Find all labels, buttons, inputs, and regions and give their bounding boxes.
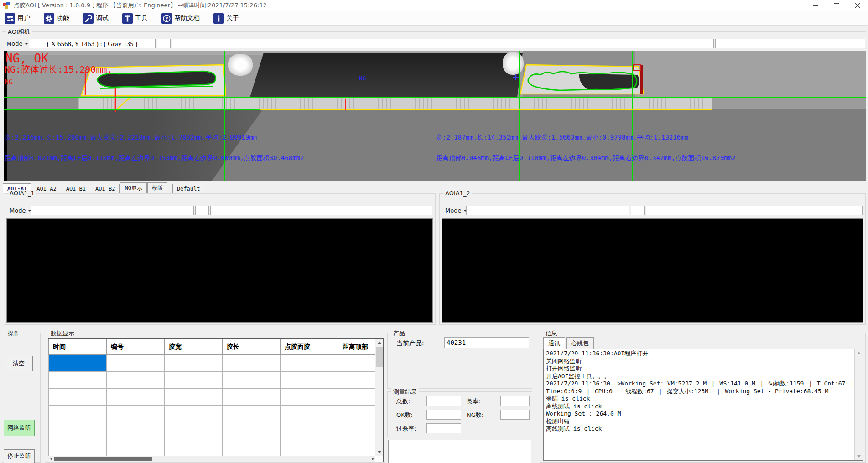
table-cell[interactable]	[165, 406, 223, 422]
scroll-right-button[interactable]	[370, 456, 375, 462]
subview1-readout-wide[interactable]	[31, 206, 194, 215]
total-value-box[interactable]	[426, 396, 461, 406]
table-cell[interactable]	[281, 406, 338, 422]
readout-box-tail[interactable]	[715, 39, 865, 48]
table-cell[interactable]	[107, 355, 165, 372]
table-cell[interactable]	[165, 372, 223, 389]
tab-ng-display[interactable]: NG显示	[120, 182, 146, 193]
column-header-time[interactable]: 时间	[49, 339, 107, 355]
table-cell[interactable]	[223, 422, 281, 439]
log-line: Working Set : 264.0 M	[546, 410, 853, 418]
table-cell[interactable]	[165, 439, 223, 456]
toolbar-button-functions[interactable]: 功能	[42, 12, 71, 25]
product-note-box[interactable]	[388, 440, 531, 463]
toolbar-button-about[interactable]: 关于	[212, 12, 241, 25]
maximize-button[interactable]	[826, 0, 847, 11]
current-product-input[interactable]	[444, 337, 529, 348]
log-line: 离线测试 is click	[546, 425, 853, 433]
yield-value-box[interactable]	[500, 396, 530, 406]
tab-communication[interactable]: 通讯	[543, 337, 565, 349]
scroll-down-button[interactable]	[375, 448, 383, 456]
table-cell[interactable]	[165, 389, 223, 406]
table-cell[interactable]	[281, 372, 338, 389]
down-arrow-icon	[378, 451, 381, 455]
readout-box-wide[interactable]	[172, 39, 714, 48]
subview2-readout-small[interactable]	[631, 206, 645, 215]
close-button[interactable]	[847, 0, 868, 11]
subview2-readout-tail[interactable]	[646, 206, 863, 215]
camera-mode-dropdown[interactable]: Mode	[5, 39, 28, 48]
subview2-image[interactable]	[442, 218, 863, 323]
overkill-box[interactable]	[426, 423, 461, 433]
scroll-up-button[interactable]	[375, 339, 383, 347]
table-cell[interactable]	[49, 372, 107, 389]
toolbar-button-tools[interactable]: 工具	[120, 12, 150, 25]
table-cell[interactable]	[281, 439, 338, 456]
table-cell[interactable]	[223, 439, 281, 456]
table-horizontal-scrollbar[interactable]	[48, 456, 375, 462]
table-cell[interactable]	[223, 406, 281, 422]
scroll-down-button[interactable]	[855, 453, 863, 460]
scroll-left-button[interactable]	[48, 456, 54, 462]
tab-template[interactable]: 模版	[147, 182, 167, 193]
table-cell[interactable]	[223, 372, 281, 389]
table-cell[interactable]	[107, 406, 165, 422]
toolbar-label: 用户	[17, 14, 30, 22]
table-cell[interactable]	[281, 389, 338, 406]
table-cell[interactable]	[107, 439, 165, 456]
column-header-id[interactable]: 编号	[107, 339, 165, 355]
table-cell[interactable]	[165, 355, 223, 372]
table-cell[interactable]	[281, 422, 338, 439]
scrollbar-thumb[interactable]	[54, 457, 152, 461]
network-listen-button[interactable]: 网络监听	[4, 420, 35, 436]
ok-count-box[interactable]	[426, 410, 461, 420]
subview2-mode-dropdown[interactable]: Mode	[443, 206, 467, 215]
table-cell[interactable]	[223, 355, 281, 372]
table-cell[interactable]	[107, 422, 165, 439]
measurement-table: 时间 编号 胶宽 胶长 点胶面胶 距离顶部	[48, 339, 384, 462]
tab-aoi-b1[interactable]: AOI-B1	[62, 184, 90, 193]
scrollbar-thumb[interactable]	[376, 347, 383, 367]
column-header-glue-width[interactable]: 胶宽	[165, 339, 223, 355]
table-cell[interactable]	[107, 372, 165, 389]
table-cell[interactable]	[49, 406, 107, 422]
table-cell[interactable]	[107, 389, 165, 406]
tab-aoi-b2[interactable]: AOI-B2	[91, 184, 120, 193]
table-cell[interactable]	[281, 355, 338, 372]
product-group: 产品 当前产品:	[387, 333, 532, 389]
tab-aoi-a2[interactable]: AOI-A2	[32, 184, 61, 193]
help-icon: ?	[161, 13, 172, 24]
column-header-glue-area[interactable]: 点胶面胶	[281, 339, 338, 355]
subview2-readout-wide[interactable]	[466, 206, 629, 215]
toolbar-button-debug[interactable]: 调试	[81, 12, 110, 25]
camera-image[interactable]: NG, OK NG:胶体过长:15.290mm, NG NG 宽:2.216mm…	[4, 51, 866, 181]
toolbar-button-help[interactable]: ? 帮助文档	[160, 12, 202, 25]
measure-yellow-line	[260, 109, 712, 110]
table-cell[interactable]	[165, 422, 223, 439]
tab-heartbeat[interactable]: 心跳包	[566, 337, 594, 349]
toolbar-button-users[interactable]: 用户	[3, 12, 32, 25]
table-cell[interactable]	[223, 389, 281, 406]
table-cell[interactable]	[49, 439, 107, 456]
info-group: 信息 通讯心跳包 2021/7/29 11:36:30:AOI程序打开 关闭网络…	[540, 333, 866, 463]
log-vertical-scrollbar[interactable]	[854, 349, 863, 460]
column-header-glue-length[interactable]: 胶长	[223, 339, 281, 355]
readout-box-small[interactable]	[157, 39, 171, 48]
table-cell-selected[interactable]	[49, 355, 107, 372]
clear-button[interactable]: 清空	[5, 356, 33, 371]
subview1-mode-dropdown[interactable]: Mode	[8, 206, 31, 215]
table-vertical-scrollbar[interactable]	[375, 339, 383, 456]
table-cell[interactable]	[49, 389, 107, 406]
ng-count-box[interactable]	[500, 410, 530, 420]
subview1-image[interactable]	[6, 218, 433, 323]
left-measure-line1: 宽:2.216mm,长:15.290mm,最大胶宽:2.2218mm,最小:1.…	[5, 134, 257, 142]
minimize-button[interactable]	[805, 0, 826, 11]
tab-default[interactable]: Default	[172, 184, 205, 193]
table-cell[interactable]	[49, 422, 107, 439]
log-output[interactable]: 2021/7/29 11:36:30:AOI程序打开 关闭网络监听 打开网络监听…	[543, 349, 863, 461]
subview1-readout-tail[interactable]	[210, 206, 432, 215]
log-line: 2021/7/29 11:36:30——>Working Set: VM:523…	[546, 380, 853, 388]
stop-listen-button[interactable]: 停止监听	[4, 449, 35, 463]
scroll-up-button[interactable]	[855, 349, 863, 357]
subview1-readout-small[interactable]	[195, 206, 209, 215]
